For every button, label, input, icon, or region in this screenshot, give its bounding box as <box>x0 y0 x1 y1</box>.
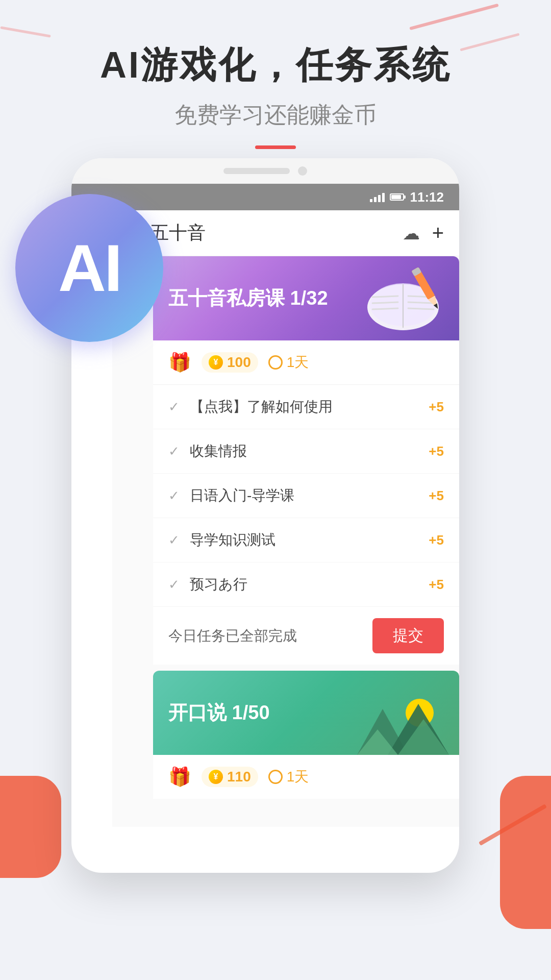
divider <box>255 145 296 149</box>
reward-row-2: 🎁 ¥ 110 1天 <box>153 755 459 799</box>
task-check-5: ✓ <box>168 577 180 593</box>
task-name-2: 收集情报 <box>190 442 429 461</box>
course-card-1-title: 五十音私房课 1/32 <box>168 285 328 311</box>
signal-bar-1 <box>370 199 372 202</box>
signal-bar-3 <box>378 195 381 202</box>
main-title: AI游戏化，任务系统 <box>0 41 551 90</box>
gift-icon-2: 🎁 <box>168 766 191 788</box>
svg-line-3 <box>372 296 398 297</box>
task-item[interactable]: ✓ 【点我】了解如何使用 +5 <box>153 385 459 429</box>
coin-icon-2: ¥ <box>209 770 223 784</box>
sub-title: 免费学习还能赚金币 <box>0 100 551 130</box>
content-wrapper: 期限 1天 五十音私房课 1/32 <box>71 256 459 827</box>
top-section: AI游戏化，任务系统 免费学习还能赚金币 <box>0 0 551 149</box>
task-points-3: +5 <box>429 488 444 504</box>
status-time: 11:12 <box>410 189 444 205</box>
task-check-4: ✓ <box>168 532 180 548</box>
time-badge-1: 1天 <box>268 353 309 372</box>
phone-top-bar <box>71 158 459 184</box>
task-item[interactable]: ✓ 收集情报 +5 <box>153 429 459 474</box>
submit-button[interactable]: 提交 <box>372 618 444 653</box>
svg-line-4 <box>372 302 398 303</box>
header-actions: ☁ + <box>403 222 444 244</box>
mountain-illustration <box>357 689 459 755</box>
time-text-1: 1天 <box>287 353 309 372</box>
task-points-1: +5 <box>429 399 444 415</box>
task-item[interactable]: ✓ 日语入门-导学课 +5 <box>153 474 459 518</box>
content-area: 期限 1天 五十音私房课 1/32 <box>71 256 459 827</box>
svg-line-7 <box>408 302 434 303</box>
svg-line-8 <box>408 308 434 309</box>
ai-badge: AI <box>15 194 163 342</box>
coin-badge-1: ¥ 100 <box>202 352 258 373</box>
task-points-5: +5 <box>429 577 444 593</box>
task-name-1: 【点我】了解如何使用 <box>190 397 429 416</box>
task-item[interactable]: ✓ 预习あ行 +5 <box>153 562 459 607</box>
ai-badge-text: AI <box>58 230 120 306</box>
svg-line-5 <box>372 308 398 309</box>
battery-icon <box>390 193 404 201</box>
signal-bar-2 <box>374 197 377 202</box>
task-points-4: +5 <box>429 532 444 548</box>
course-card-2-title: 开口说 1/50 <box>168 700 270 726</box>
course-card-illustration <box>357 261 449 338</box>
status-icons <box>370 192 404 202</box>
coin-amount-1: 100 <box>227 354 251 371</box>
coin-amount-2: 110 <box>227 769 251 785</box>
time-text-2: 1天 <box>287 767 309 787</box>
task-item[interactable]: ✓ 导学知识测试 +5 <box>153 518 459 562</box>
signal-bar-4 <box>382 193 385 202</box>
task-name-4: 导学知识测试 <box>190 530 429 550</box>
task-check-2: ✓ <box>168 444 180 459</box>
task-name-5: 预习あ行 <box>190 575 429 594</box>
reward-row-1: 🎁 ¥ 100 1天 <box>153 340 459 385</box>
coin-icon-1: ¥ <box>209 355 223 370</box>
course-card-1[interactable]: 五十音私房课 1/32 <box>153 256 459 340</box>
time-icon-1 <box>268 355 283 370</box>
coin-badge-2: ¥ 110 <box>202 767 258 787</box>
task-list: ✓ 【点我】了解如何使用 +5 ✓ 收集情报 +5 ✓ 日语入门-导学课 +5 <box>153 385 459 607</box>
gift-icon-1: 🎁 <box>168 352 191 373</box>
task-name-3: 日语入门-导学课 <box>190 486 429 505</box>
course-card-2[interactable]: 开口说 1/50 <box>153 671 459 755</box>
task-points-2: +5 <box>429 444 444 459</box>
signal-icon <box>370 192 385 202</box>
time-badge-2: 1天 <box>268 767 309 787</box>
add-icon[interactable]: + <box>432 222 444 244</box>
time-icon-2 <box>268 770 283 784</box>
phone-camera <box>298 166 307 176</box>
phone-speaker <box>223 168 290 174</box>
task-check-1: ✓ <box>168 399 180 415</box>
submit-label: 今日任务已全部完成 <box>168 626 297 646</box>
submit-row: 今日任务已全部完成 提交 <box>153 607 459 665</box>
battery-fill <box>391 195 401 199</box>
tasks-container: 五十音私房课 1/32 <box>112 256 459 799</box>
task-check-3: ✓ <box>168 488 180 504</box>
cloud-icon[interactable]: ☁ <box>403 223 420 243</box>
